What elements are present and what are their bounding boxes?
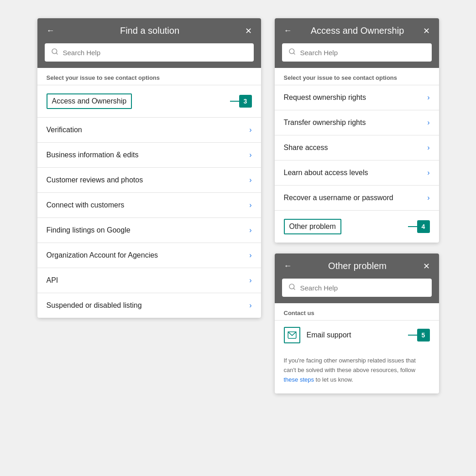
find-solution-subtitle: Select your issue to see contact options xyxy=(37,68,261,85)
chevron-icon-6: › xyxy=(249,251,251,259)
chevron-icon-3: › xyxy=(249,176,251,184)
ownership-search-bar xyxy=(275,43,439,68)
chevron-icon-7: › xyxy=(249,276,251,285)
left-menu-label-1: Verification xyxy=(47,126,82,134)
ownership-menu-label-0: Request ownership rights xyxy=(284,93,366,102)
left-menu-item-8[interactable]: Suspended or disabled listing› xyxy=(37,293,261,318)
email-support-item[interactable]: Email support 5 xyxy=(275,320,439,350)
ownership-header: ← Access and Ownership ✕ xyxy=(275,18,439,43)
svg-line-1 xyxy=(56,53,58,54)
other-problem-title: Other problem xyxy=(298,261,418,271)
left-menu-item-5[interactable]: Finding listings on Google› xyxy=(37,217,261,243)
ownership-menu-label-1: Transfer ownership rights xyxy=(284,119,366,127)
chevron-icon-1: › xyxy=(249,126,251,134)
these-steps-link[interactable]: these steps xyxy=(284,376,314,383)
info-text: If you're facing other ownership related… xyxy=(275,350,439,393)
ownership-close-icon[interactable]: ✕ xyxy=(423,26,430,36)
left-menu-label-7: API xyxy=(47,276,58,285)
left-menu-item-7[interactable]: API› xyxy=(37,268,261,293)
ownership-chevron-icon-0: › xyxy=(427,93,429,102)
ownership-chevron-icon-1: › xyxy=(427,119,429,127)
back-icon[interactable]: ← xyxy=(47,26,55,36)
ownership-search-wrapper[interactable] xyxy=(282,43,432,62)
ownership-panel: ← Access and Ownership ✕ Select your iss… xyxy=(275,18,439,243)
chevron-icon-5: › xyxy=(249,226,251,234)
chevron-icon-8: › xyxy=(249,301,251,310)
ownership-menu-label-2: Share access xyxy=(284,144,328,152)
ownership-search-input[interactable] xyxy=(300,49,425,57)
svg-line-3 xyxy=(293,53,295,54)
ownership-menu-list: Request ownership rights›Transfer owners… xyxy=(275,85,439,243)
other-problem-search-wrapper[interactable] xyxy=(282,279,432,297)
ownership-search-icon xyxy=(288,48,296,57)
ownership-chevron-icon-3: › xyxy=(427,169,429,177)
ownership-menu-item-3[interactable]: Learn about access levels› xyxy=(275,160,439,185)
contact-us-label: Contact us xyxy=(275,303,439,320)
menu-badge-0: 3 xyxy=(239,95,252,108)
left-menu-list: Access and Ownership3Verification›Busine… xyxy=(37,85,261,318)
left-menu-item-0[interactable]: Access and Ownership3 xyxy=(37,85,261,117)
other-problem-panel: ← Other problem ✕ Contact us xyxy=(275,254,439,393)
email-badge-connector xyxy=(408,335,417,336)
ownership-menu-label-5: Other problem xyxy=(284,219,341,234)
ownership-chevron-icon-2: › xyxy=(427,144,429,152)
left-menu-item-3[interactable]: Customer reviews and photos› xyxy=(37,167,261,192)
other-problem-header: ← Other problem ✕ xyxy=(275,254,439,279)
ownership-back-icon[interactable]: ← xyxy=(284,26,292,36)
email-support-badge: 5 xyxy=(417,329,430,341)
ownership-menu-label-3: Learn about access levels xyxy=(284,169,368,177)
left-menu-label-8: Suspended or disabled listing xyxy=(47,301,142,310)
ownership-badge-connector-5 xyxy=(408,226,417,227)
other-problem-search-bar xyxy=(275,279,439,303)
find-solution-panel: ← Find a solution ✕ Select your issue to… xyxy=(37,18,261,318)
left-menu-label-2: Business information & edits xyxy=(47,151,139,159)
left-menu-label-3: Customer reviews and photos xyxy=(47,176,143,184)
left-menu-label-0: Access and Ownership xyxy=(47,93,132,109)
email-support-label: Email support xyxy=(307,331,402,339)
other-close-icon[interactable]: ✕ xyxy=(423,261,430,271)
left-menu-item-6[interactable]: Organization Account for Agencies› xyxy=(37,243,261,268)
other-search-input[interactable] xyxy=(300,284,425,292)
find-solution-search-bar xyxy=(37,43,261,68)
info-text-before: If you're facing other ownership related… xyxy=(284,357,416,373)
close-icon[interactable]: ✕ xyxy=(245,26,252,36)
ownership-menu-item-0[interactable]: Request ownership rights› xyxy=(275,85,439,110)
other-back-icon[interactable]: ← xyxy=(284,261,292,271)
left-menu-item-2[interactable]: Business information & edits› xyxy=(37,142,261,167)
chevron-icon-4: › xyxy=(249,201,251,209)
email-icon xyxy=(284,327,300,343)
left-menu-label-4: Connect with customers xyxy=(47,201,125,209)
badge-connector-0 xyxy=(230,101,239,102)
find-solution-search-wrapper[interactable] xyxy=(45,43,254,62)
ownership-menu-label-4: Recover a username or password xyxy=(284,194,393,202)
search-icon xyxy=(51,48,58,57)
ownership-menu-item-2[interactable]: Share access› xyxy=(275,135,439,160)
ownership-chevron-icon-4: › xyxy=(427,194,429,202)
left-menu-label-5: Finding listings on Google xyxy=(47,226,131,234)
svg-line-5 xyxy=(293,288,295,290)
ownership-menu-item-1[interactable]: Transfer ownership rights› xyxy=(275,110,439,135)
ownership-subtitle: Select your issue to see contact options xyxy=(275,68,439,85)
search-input[interactable] xyxy=(63,49,247,57)
other-search-icon xyxy=(288,283,296,292)
left-menu-label-6: Organization Account for Agencies xyxy=(47,251,158,259)
ownership-title: Access and Ownership xyxy=(298,26,418,36)
ownership-menu-item-4[interactable]: Recover a username or password› xyxy=(275,185,439,210)
ownership-menu-badge-5: 4 xyxy=(417,220,430,233)
left-menu-item-1[interactable]: Verification› xyxy=(37,117,261,142)
chevron-icon-2: › xyxy=(249,151,251,159)
ownership-menu-item-5[interactable]: Other problem4 xyxy=(275,210,439,243)
find-solution-header: ← Find a solution ✕ xyxy=(37,18,261,43)
find-solution-title: Find a solution xyxy=(60,26,240,36)
right-column: ← Access and Ownership ✕ Select your iss… xyxy=(275,18,439,393)
info-text-after: to let us know. xyxy=(314,376,353,383)
left-menu-item-4[interactable]: Connect with customers› xyxy=(37,192,261,217)
